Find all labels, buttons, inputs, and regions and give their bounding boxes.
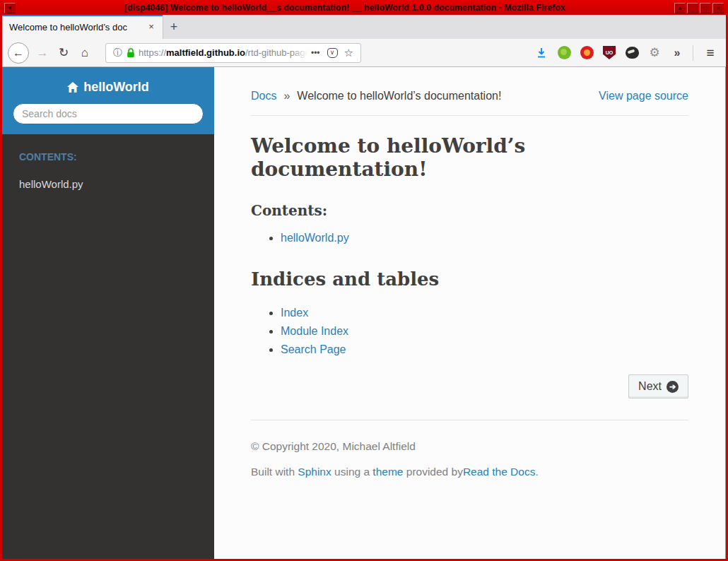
bookmark-star-icon[interactable]: ☆ (344, 47, 353, 59)
next-button-label: Next (638, 380, 662, 393)
page-content: helloWorld CONTENTS: helloWorld.py Docs … (2, 67, 726, 559)
new-tab-button[interactable]: + (163, 15, 184, 39)
download-icon (536, 47, 547, 59)
list-item: Module Index (281, 325, 688, 338)
reload-button[interactable]: ↻ (53, 42, 74, 64)
maximize-icon: □ (704, 5, 708, 11)
lock-icon[interactable] (127, 48, 135, 58)
geeko-icon (558, 46, 571, 59)
next-arrow-glyph: ➔ (669, 382, 676, 391)
theme-link[interactable]: theme (372, 466, 403, 478)
next-button[interactable]: Next ➔ (628, 374, 688, 398)
home-icon: ⌂ (81, 46, 88, 60)
url-bar[interactable]: ⓘ https://maltfield.github.io/rtd-github… (105, 43, 361, 63)
tab-title: Welcome to helloWorld’s doc (9, 22, 144, 33)
navigation-toolbar: ← → ↻ ⌂ ⓘ https://maltfield.github.io/rt… (2, 39, 726, 67)
search-input[interactable] (13, 103, 204, 124)
project-name: helloWorld (83, 80, 149, 95)
shade-icon: ▲ (677, 5, 683, 11)
document-area: Docs » Welcome to helloWorld’s documenta… (214, 67, 725, 559)
built-with-line: Built with Sphinx using a theme provided… (251, 466, 688, 478)
docs-sidebar: helloWorld CONTENTS: helloWorld.py (2, 67, 214, 559)
forward-button[interactable]: → (32, 42, 53, 64)
url-path: /rtd-github-pages/index.htm (245, 47, 307, 58)
index-link[interactable]: Index (281, 307, 308, 319)
maximize-button[interactable]: □ (700, 3, 711, 13)
reload-icon: ↻ (59, 45, 69, 60)
breadcrumb: Docs » Welcome to helloWorld’s documenta… (251, 90, 688, 102)
arrow-circle-right-icon: ➔ (667, 381, 679, 393)
tab-active[interactable]: Welcome to helloWorld’s doc × (2, 15, 163, 39)
ublock-shield-icon: UO (603, 46, 616, 59)
gear-extension-button[interactable]: ⚙ (645, 43, 664, 63)
active-tab-accent (2, 15, 163, 16)
breadcrumb-current: Welcome to helloWorld’s documentation! (297, 90, 501, 102)
shade-button[interactable]: ▲ (674, 3, 686, 13)
back-button[interactable]: ← (8, 42, 29, 64)
provided-text: provided by (406, 466, 463, 478)
overflow-menu-button[interactable]: » (667, 43, 687, 63)
list-item: Index (281, 307, 688, 319)
tab-close-icon[interactable]: × (144, 20, 158, 34)
downloads-button[interactable] (532, 43, 551, 63)
ublock-label: UO (606, 50, 613, 55)
minimize-icon: _ (691, 6, 694, 13)
page-footer: © Copyright 2020, Michael Altfield Built… (251, 420, 688, 478)
geeko-extension-button[interactable] (554, 43, 574, 63)
page-title: Welcome to helloWorld’s documentation! (251, 134, 688, 181)
contents-heading: Contents: (251, 202, 688, 219)
copyright-text: © Copyright 2020, Michael Altfield (251, 440, 688, 453)
firefox-window: ▼ [disp4046] Welcome to helloWorld__s do… (0, 0, 728, 561)
gear-icon: ⚙ (649, 45, 659, 60)
house-icon (67, 82, 78, 93)
footer-period: . (535, 466, 538, 478)
site-info-icon[interactable]: ⓘ (113, 47, 122, 59)
toolbar-right-cluster: UO ⚙ » ≡ (529, 43, 720, 63)
possum-icon (626, 47, 639, 59)
read-the-docs-link[interactable]: Read the Docs (463, 466, 536, 478)
using-text: using a (334, 466, 370, 478)
indices-heading: Indices and tables (251, 268, 688, 290)
tab-bar: Welcome to helloWorld’s doc × + (2, 15, 726, 39)
project-home-link[interactable]: helloWorld (67, 80, 149, 95)
breadcrumb-divider (251, 115, 688, 116)
window-menu-button[interactable]: ▼ (4, 3, 16, 13)
sphinx-link[interactable]: Sphinx (298, 466, 331, 478)
close-icon: × (717, 5, 720, 11)
indices-list: Index Module Index Search Page (281, 307, 688, 356)
breadcrumb-docs-link[interactable]: Docs (251, 90, 276, 102)
red-extension-button[interactable] (577, 43, 597, 63)
ublock-extension-button[interactable]: UO (599, 43, 619, 63)
contents-link-helloworld-py[interactable]: helloWorld.py (281, 232, 349, 244)
search-page-link[interactable]: Search Page (281, 343, 346, 355)
sidebar-item-helloworld-py[interactable]: helloWorld.py (2, 174, 214, 194)
pocket-icon[interactable]: ∨ (327, 48, 338, 58)
url-domain: maltfield.github.io (166, 47, 245, 58)
built-prefix: Built with (251, 466, 295, 478)
list-item: Search Page (281, 343, 688, 356)
sidebar-nav: CONTENTS: helloWorld.py (2, 134, 214, 211)
close-button[interactable]: × (712, 3, 724, 13)
window-controls: ▲ _ □ × (674, 3, 724, 13)
home-button[interactable]: ⌂ (74, 42, 95, 64)
app-menu-button[interactable]: ≡ (700, 43, 720, 63)
list-item: helloWorld.py (281, 232, 688, 244)
forward-icon: → (37, 46, 49, 60)
possum-extension-button[interactable] (622, 43, 642, 63)
breadcrumb-separator: » (283, 90, 290, 102)
view-page-source-link[interactable]: View page source (599, 90, 688, 102)
window-titlebar: ▼ [disp4046] Welcome to helloWorld__s do… (2, 0, 726, 15)
minimize-button[interactable]: _ (687, 3, 698, 13)
toolbar-divider (693, 45, 693, 61)
url-scheme: https:// (139, 47, 166, 58)
window-title: [disp4046] Welcome to helloWorld__s docu… (16, 3, 674, 13)
url-text[interactable]: https://maltfield.github.io/rtd-github-p… (139, 47, 307, 58)
page-actions-icon[interactable]: ••• (311, 48, 320, 58)
back-icon: ← (13, 47, 24, 59)
window-menu-icon: ▼ (7, 5, 13, 11)
hamburger-icon: ≡ (706, 45, 714, 61)
sidebar-contents-caption: CONTENTS: (2, 151, 214, 163)
sidebar-header: helloWorld (2, 67, 214, 134)
module-index-link[interactable]: Module Index (281, 325, 348, 337)
contents-list: helloWorld.py (281, 232, 688, 244)
